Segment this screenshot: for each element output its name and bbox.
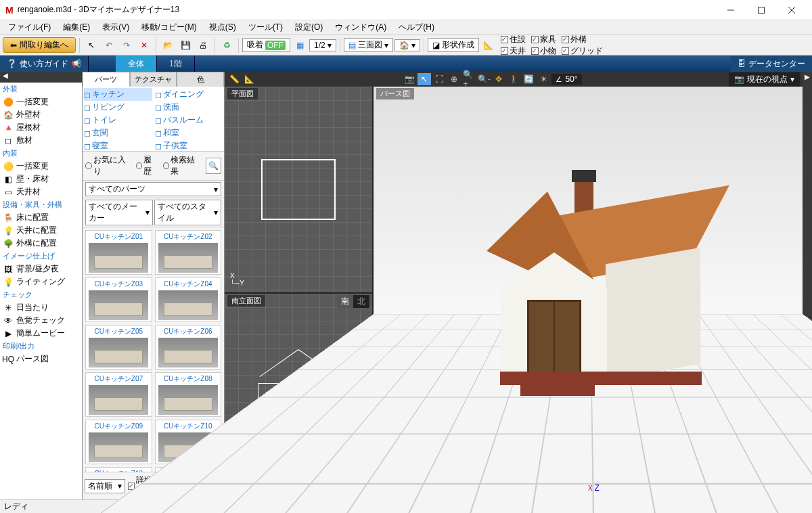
menu-item[interactable]: ツール(T) (243, 20, 288, 35)
parts-category[interactable]: ◻玄関 (84, 127, 152, 139)
help-guide-button[interactable]: ❔ 使い方ガイド 📢 (0, 56, 89, 72)
parts-tab[interactable]: テクスチャ (130, 72, 177, 87)
visibility-toggle[interactable]: ✓外構 (562, 34, 587, 45)
search-button[interactable]: 🔍 (206, 158, 221, 174)
part-item[interactable]: CUキッチンZ13 (85, 467, 152, 472)
sidebar-item[interactable]: 🌳外構に配置 (0, 237, 82, 250)
sun-icon[interactable]: ☀ (537, 73, 550, 85)
visibility-toggle[interactable]: ✓グリッド (562, 45, 603, 57)
sidebar-item[interactable]: 🖼背景/昼夕夜 (0, 263, 82, 275)
camera-mode-icon[interactable]: 📷 (403, 73, 416, 85)
fit-icon[interactable]: ⛶ (432, 73, 446, 85)
sidebar-item[interactable]: 🟡一括変更 (0, 160, 82, 173)
redo-button[interactable]: ↷ (118, 37, 135, 53)
filter-search[interactable]: 検索結果 (163, 154, 202, 177)
maker-filter-dropdown[interactable]: すべてのメーカー▾ (85, 200, 153, 225)
menu-item[interactable]: ファイル(F) (3, 20, 56, 35)
undo-button[interactable]: ↶ (101, 37, 117, 53)
parts-tab[interactable]: パーツ (83, 72, 130, 87)
sidebar-item[interactable]: 👁色覚チェック (0, 314, 82, 327)
snap-toggle[interactable]: 吸着 OFF (242, 38, 290, 52)
current-viewpoint-button[interactable]: 📷 現在の視点 ▾ (729, 72, 800, 87)
zoom-out-icon[interactable]: 🔍- (477, 73, 491, 85)
plan-view-pane[interactable]: 平面図 X└─Y (225, 87, 372, 292)
angle-display[interactable]: ∠ 50° (551, 74, 581, 85)
save-button[interactable]: 💾 (177, 37, 194, 53)
parts-category[interactable]: ◻バスルーム (155, 114, 223, 127)
data-center-button[interactable]: 🗄 データセンター (731, 56, 812, 72)
sidebar-item[interactable]: 💡天井に配置 (0, 224, 82, 237)
sidebar-item[interactable]: ▭天井材 (0, 185, 82, 198)
print-button[interactable]: 🖨 (195, 37, 211, 53)
filter-favorites[interactable]: お気に入り (85, 154, 132, 177)
measure-icon[interactable]: 📏 (227, 73, 241, 85)
minimize-button[interactable] (715, 1, 746, 20)
orbit-icon[interactable]: 🔄 (522, 73, 535, 85)
delete-button[interactable]: ✕ (136, 37, 152, 53)
collapse-left-button[interactable]: ◀ (0, 72, 82, 83)
part-item[interactable]: CUキッチンZ03 (85, 277, 152, 322)
open-button[interactable]: 📂 (160, 37, 176, 53)
menu-item[interactable]: 表示(V) (97, 20, 135, 35)
visibility-toggle[interactable]: ✓家具 (531, 34, 556, 45)
select-arrow-icon[interactable]: ↖ (418, 73, 431, 85)
target-icon[interactable]: ⊕ (447, 73, 461, 85)
part-item[interactable]: CUキッチンZ02 (155, 230, 222, 275)
shape-create-button[interactable]: ◪形状作成 (428, 38, 479, 52)
dimension-icon[interactable]: 📐 (480, 37, 497, 53)
part-item[interactable]: CUキッチンZ06 (155, 325, 222, 370)
visibility-toggle[interactable]: ✓住設 (501, 34, 526, 45)
south-tab[interactable]: 南 (337, 295, 353, 308)
grid-icon[interactable]: ▦ (292, 37, 308, 53)
maximize-button[interactable] (746, 1, 776, 20)
part-item[interactable]: CUキッチンZ01 (85, 230, 152, 275)
parts-category[interactable]: ◻寝室 (84, 139, 152, 152)
scale-dropdown[interactable]: 1/2▾ (309, 39, 336, 51)
part-item[interactable]: CUキッチンZ08 (155, 372, 222, 417)
back-to-floorplan-button[interactable]: ⬅ 間取り編集へ (3, 37, 76, 53)
sidebar-item[interactable]: 🔺屋根材 (0, 121, 82, 134)
ruler-icon[interactable]: 📐 (242, 73, 256, 85)
sidebar-item[interactable]: ☀日当たり (0, 301, 82, 314)
north-tab[interactable]: 北 (353, 295, 369, 308)
parts-filter-dropdown[interactable]: すべてのパーツ▾ (85, 182, 221, 196)
menu-item[interactable]: 移動/コピー(M) (136, 20, 202, 35)
sidebar-item[interactable]: 🟠一括変更 (0, 95, 82, 108)
parts-category[interactable]: ◻和室 (155, 127, 223, 139)
menu-item[interactable]: 編集(E) (58, 20, 95, 35)
parts-category[interactable]: ◻トイレ (84, 114, 152, 127)
sidebar-item[interactable]: ◧壁・床材 (0, 173, 82, 185)
perspective-view-pane[interactable]: パース図 X Z (374, 87, 803, 499)
part-item[interactable]: CUキッチンZ07 (85, 372, 152, 417)
parts-category[interactable]: ◻子供室 (155, 139, 223, 152)
sort-dropdown[interactable]: 名前順▾ (85, 479, 125, 493)
visibility-toggle[interactable]: ✓天井 (501, 45, 526, 57)
pan-icon[interactable]: ✥ (492, 73, 505, 85)
floor-tab[interactable]: 1階 (157, 55, 195, 72)
filter-history[interactable]: 履歴 (136, 154, 159, 177)
view-mode-dropdown[interactable]: ▤三面図▾ (344, 38, 393, 52)
parts-tab[interactable]: 色 (177, 72, 224, 87)
parts-category[interactable]: ◻キッチン (84, 88, 152, 101)
style-filter-dropdown[interactable]: すべてのスタイル▾ (154, 200, 222, 225)
floor-tab[interactable]: 全体 (116, 55, 157, 72)
parts-category[interactable]: ◻ダイニング (155, 88, 223, 101)
sidebar-item[interactable]: 🏠外壁材 (0, 108, 82, 121)
walk-icon[interactable]: 🚶 (507, 73, 520, 85)
visibility-toggle[interactable]: ✓小物 (531, 45, 556, 57)
menu-item[interactable]: 設定(O) (290, 20, 328, 35)
sidebar-item[interactable]: 💡ライティング (0, 275, 82, 288)
cursor-tool[interactable]: ↖ (83, 37, 99, 53)
part-item[interactable]: CUキッチンZ09 (85, 420, 152, 464)
sidebar-item[interactable]: ◻敷材 (0, 134, 82, 147)
recycle-button[interactable]: ♻ (219, 37, 235, 53)
parts-category[interactable]: ◻洗面 (155, 101, 223, 114)
sidebar-item[interactable]: ▶簡単ムービー (0, 327, 82, 340)
sidebar-item[interactable]: HQパース図 (0, 353, 82, 365)
part-item[interactable]: CUキッチンZ05 (85, 325, 152, 370)
zoom-in-icon[interactable]: 🔍+ (462, 73, 476, 85)
part-item[interactable]: CUキッチンZ04 (155, 277, 222, 322)
close-button[interactable] (776, 1, 807, 20)
home-dropdown[interactable]: 🏠▾ (394, 39, 420, 51)
menu-item[interactable]: 視点(S) (204, 20, 242, 35)
